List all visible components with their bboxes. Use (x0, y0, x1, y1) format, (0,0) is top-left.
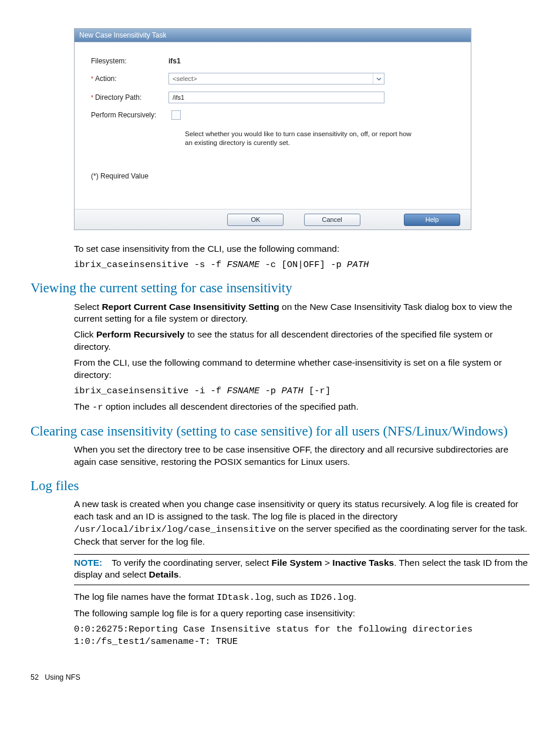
log-paragraph-1: A new task is created when you change ca… (74, 498, 529, 548)
cancel-button[interactable]: Cancel (304, 214, 360, 226)
required-value-note: (*) Required Value (91, 171, 459, 181)
perform-recursively-label: Perform Recursively: (91, 110, 168, 120)
action-placeholder: <select> (173, 75, 197, 83)
page-number: 52 (31, 673, 39, 681)
perform-recursively-checkbox[interactable] (171, 110, 181, 120)
ok-button[interactable]: OK (227, 214, 284, 226)
cli-command: ibrix_caseinsensitive -s -f FSNAME -c [O… (74, 259, 529, 271)
page-footer: 52 Using NFS (31, 673, 529, 683)
note-block: NOTE: To verify the coordinating server,… (74, 554, 529, 586)
action-select[interactable]: <select> (168, 73, 384, 85)
dialog-title: New Case Insensitivity Task (75, 29, 471, 42)
clear-paragraph-1: When you set the directory tree to be ca… (74, 444, 529, 468)
help-button[interactable]: Help (404, 214, 460, 226)
chevron-down-icon (373, 73, 384, 84)
directory-path-input[interactable] (168, 92, 384, 103)
view-paragraph-2: Click Perform Recursively to see the sta… (74, 329, 529, 353)
directory-path-label: Directory Path: (95, 93, 141, 102)
heading-clearing: Clearing case insensitivity (setting to … (31, 422, 529, 440)
filesystem-value: ifs1 (168, 56, 459, 66)
heading-logfiles: Log files (31, 477, 529, 495)
log-paragraph-2: The log file names have the format IDtas… (74, 591, 529, 604)
required-asterisk: * (91, 94, 93, 101)
filesystem-label: Filesystem: (91, 56, 168, 66)
view-paragraph-3: From the CLI, use the following command … (74, 357, 529, 382)
required-asterisk: * (91, 76, 93, 82)
dialog-footer: OK Cancel Help (75, 209, 471, 229)
note-label: NOTE: (74, 558, 102, 568)
action-label: Action: (95, 75, 117, 83)
chapter-title: Using NFS (45, 673, 80, 681)
heading-viewing: Viewing the current setting for case ins… (31, 279, 529, 297)
cli-intro-text: To set case insensitivity from the CLI, … (74, 243, 529, 255)
helper-text: Select whether you would like to turn ca… (185, 130, 414, 148)
log-paragraph-3: The following sample log file is for a q… (74, 607, 529, 620)
view-cli-command: ibrix_caseinsensitive -i -f FSNAME -p PA… (74, 385, 529, 397)
view-paragraph-4: The -r option includes all descendent di… (74, 401, 529, 414)
view-paragraph-1: Select Report Current Case Insensitivity… (74, 301, 529, 326)
new-case-insensitivity-dialog: New Case Insensitivity Task Filesystem: … (74, 28, 471, 230)
log-sample-line-1: 0:0:26275:Reporting Case Insensitive sta… (74, 623, 529, 636)
log-sample-line-2: 1:0:/fs_test1/samename-T: TRUE (74, 636, 529, 648)
